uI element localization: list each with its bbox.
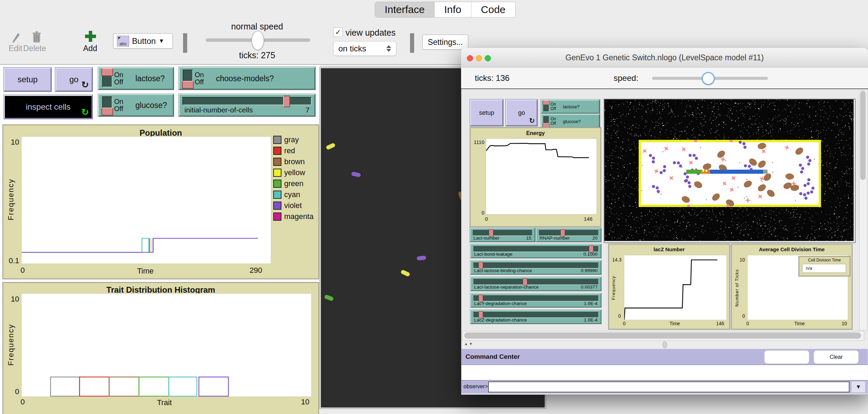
child-slider-LacZ-degradation-chance[interactable]: LacZ-degradation-chance1.0E-4 [470,310,601,324]
child-slider-LacI-lactose-binding-chance[interactable]: LacI-lactose-binding-chance0.99990 [470,260,601,275]
command-splitter[interactable]: ▲ ▼ [461,341,868,349]
lacz-plot-area [624,255,727,320]
child-go-button[interactable]: go↻ [506,99,538,126]
switch-knob[interactable] [543,123,550,127]
switch-lactose[interactable]: OnOff lactose? [98,67,174,90]
population-ytick-min: 0.1 [3,256,19,265]
laci-molecule [688,150,700,161]
setup-button[interactable]: setup [4,68,51,92]
slider-value: 1.0E-4 [584,317,598,322]
splitter-arrows-icon[interactable]: ▲ ▼ [464,342,473,346]
delete-icon[interactable] [29,30,45,44]
switch-glucose[interactable]: OnOff glucose? [98,94,174,117]
blank-button[interactable] [764,350,809,364]
tab-info[interactable]: Info [435,2,471,17]
lactose-molecule [745,197,751,203]
delete-button[interactable]: Delete [23,44,47,53]
child-speed-thumb[interactable] [702,72,715,85]
forever-icon: ↻ [81,80,89,89]
slider-value: 20 [592,235,598,241]
settings-button[interactable]: Settings... [422,35,468,50]
command-input[interactable] [488,381,849,392]
h-scroll-thumb[interactable] [464,332,861,339]
avg-xtick-max: 10 [842,321,847,326]
inspect-cells-button[interactable]: inspect cells↻ [4,95,93,119]
slider-value: 7 [305,106,310,114]
lacz-ytick-max: 14.3 [608,257,622,263]
lactose-molecule [730,174,738,182]
go-button[interactable]: go↻ [55,68,93,92]
legend-item-gray: gray [273,134,314,145]
view-updates-checkbox[interactable]: ✓ [333,27,343,37]
legend-swatch [273,212,281,221]
child-switch-glucose[interactable]: OnOff glucose? [541,114,600,129]
rnap-molecule [790,184,799,191]
trait-ylabel: Frequency [7,324,15,366]
child-switch-glucose-label: glucose? [563,119,581,124]
gray-particle [696,168,697,169]
gray-particle [814,159,815,160]
legend-label: violet [284,201,302,210]
inspect-cells-label: inspect cells [26,102,71,112]
child-slider-LacI-lactose-separation-chance[interactable]: LacI-lactose-separation-chance0.00377 [470,277,601,291]
switch-knob[interactable] [101,108,113,115]
child-slider-LacI-number[interactable]: LacI-number15 [470,228,535,242]
legend-label: magenta [284,212,314,221]
edit-icon[interactable] [8,30,23,44]
child-vertical-scrollbar[interactable] [859,90,867,330]
child-slider-LacI-bond-leakage[interactable]: LacI-bond-leakage0.1000 [470,244,601,258]
v-scroll-thumb[interactable] [860,91,866,180]
operator-notch [702,170,704,172]
ticks-counter: ticks: 275 [226,50,288,60]
energy-ytick-min: 0 [477,210,484,216]
switch-knob[interactable] [182,81,194,89]
child-slider-RNAP-number[interactable]: RNAP-number20 [536,228,601,242]
history-dropdown-icon[interactable]: ▼ [852,381,865,392]
tab-interface[interactable]: Interface [375,2,435,17]
update-mode-dropdown[interactable]: on ticks [333,41,396,56]
operator-notch [706,170,707,172]
slider-thumb[interactable] [283,96,290,107]
add-button[interactable]: Add [78,44,102,53]
child-slider-LacY-degradation-chance[interactable]: LacY-degradation-chance1.0E-4 [470,293,601,307]
off-label: Off [114,78,123,86]
speed-slider-thumb[interactable] [252,31,264,50]
tab-code[interactable]: Code [471,2,515,17]
slider-label: LacZ-degradation-chance [474,317,527,322]
toolbar-separator-2 [410,33,414,53]
slider-track[interactable] [182,97,312,105]
child-titlebar[interactable]: GenEvo 1 Genetic Switch.nlogo (LevelSpac… [461,48,868,68]
child-world-view[interactable] [604,99,856,243]
legend-label: yellow [284,168,305,177]
child-speed-label: speed: [614,73,638,83]
legend-item-green: green [273,178,314,189]
gray-particle [746,196,747,197]
slider-value: 0.1000 [583,252,598,257]
gray-particle [642,165,643,166]
switch-choose-models[interactable]: OnOff choose-models? [179,67,315,90]
off-label: Off [114,105,123,112]
slider-initial-number-of-cells[interactable]: initial-number-of-cells 7 [179,94,315,117]
command-output[interactable] [461,365,868,380]
child-setup-button[interactable]: setup [470,99,503,126]
switch-knob[interactable] [101,68,113,76]
trait-plot-area [21,293,312,397]
clear-button[interactable]: Clear [813,350,859,364]
lacz-ylabel: Frequency [611,276,616,300]
monitor-value: n/a [802,264,846,273]
add-icon[interactable] [84,30,97,42]
toolbar-separator [183,33,187,53]
gray-particle [739,162,740,163]
cell [326,143,336,150]
splitter-handle-icon[interactable] [662,341,667,348]
lacz-plot: lacZ Number 14.3 0 Frequency 0 146 Time [608,244,730,329]
cell [324,294,334,302]
child-horizontal-scrollbar[interactable] [462,331,864,341]
child-toolbar: ticks: 136 speed: [461,68,868,89]
lactose-on-membrane [730,140,733,142]
rnap-molecule [716,149,726,159]
widget-type-dropdown[interactable]: abc Button ▼ [113,33,173,49]
child-switch-lactose[interactable]: OnOff lactose? [541,99,600,114]
switch-knob[interactable] [543,100,550,105]
child-switch-lactose-label: lactose? [563,104,579,109]
